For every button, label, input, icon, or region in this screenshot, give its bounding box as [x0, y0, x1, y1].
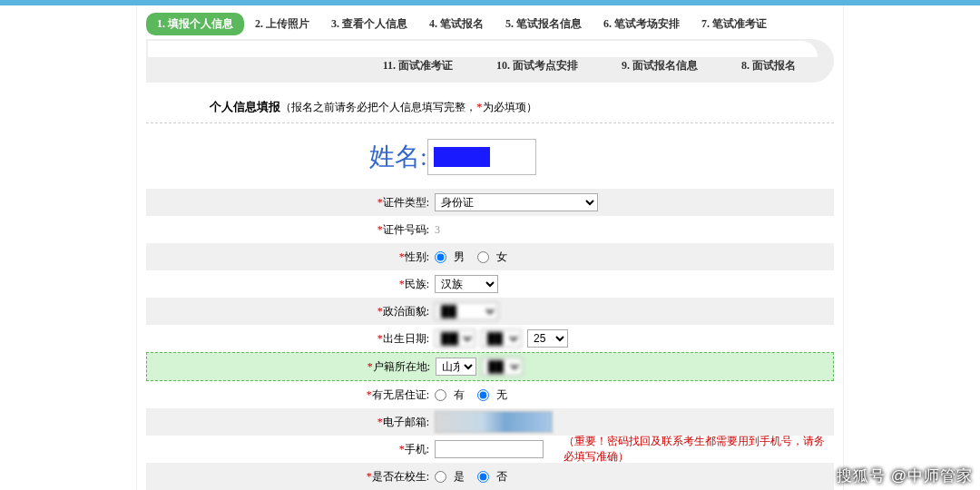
- ethnic-select[interactable]: 汉族: [435, 275, 498, 293]
- step-10[interactable]: 10. 面试考点安排: [485, 54, 589, 77]
- hukou-label: 户籍所在地:: [373, 360, 430, 373]
- watermark: 搜狐号 @中师管家: [837, 466, 973, 486]
- step-1[interactable]: 1. 填报个人信息: [146, 13, 244, 35]
- name-label: 姓名:: [369, 140, 427, 174]
- birth-day-select[interactable]: 25: [527, 329, 568, 348]
- personal-info-form: 姓名: *证件类型: 身份证 *证件号码: 3 *性别: 男 女 *民族: 汉族…: [146, 136, 834, 490]
- hukou-city-select[interactable]: ██: [482, 358, 523, 376]
- residence-label: 有无居住证:: [372, 388, 429, 401]
- step-3[interactable]: 3. 查看个人信息: [320, 13, 418, 35]
- id-number-value: 3: [435, 223, 440, 237]
- step-2[interactable]: 2. 上传照片: [244, 13, 320, 35]
- phone-input[interactable]: [435, 440, 544, 458]
- gender-label: 性别:: [405, 250, 429, 263]
- residence-yes-radio[interactable]: [435, 389, 446, 401]
- step-7[interactable]: 7. 笔试准考证: [691, 13, 778, 35]
- student-no-radio[interactable]: [477, 471, 489, 483]
- birth-month-select[interactable]: ██: [481, 329, 522, 348]
- step-6[interactable]: 6. 笔试考场安排: [593, 13, 691, 35]
- step-9[interactable]: 9. 面试报名信息: [611, 54, 709, 77]
- id-number-label: 证件号码:: [383, 223, 429, 236]
- gender-male-radio[interactable]: [435, 251, 446, 263]
- birth-year-select[interactable]: ███: [435, 329, 475, 348]
- step-8[interactable]: 8. 面试报名: [730, 54, 807, 77]
- id-type-label: 证件类型:: [383, 196, 429, 209]
- step-11[interactable]: 11. 面试准考证: [372, 54, 464, 77]
- political-select[interactable]: ██: [435, 302, 498, 320]
- section-title: 个人信息填报（报名之前请务必把个人信息填写完整，*为必填项）: [210, 99, 834, 115]
- gender-female-radio[interactable]: [477, 251, 489, 263]
- email-label: 电子邮箱:: [383, 416, 429, 428]
- political-label: 政治面貌:: [383, 305, 429, 318]
- email-input[interactable]: [435, 411, 553, 433]
- id-type-select[interactable]: 身份证: [435, 193, 598, 211]
- phone-label: 手机:: [405, 443, 429, 456]
- student-label: 是否在校生:: [372, 470, 429, 483]
- hukou-province-select[interactable]: 山东: [436, 358, 476, 376]
- birth-label: 出生日期:: [383, 332, 429, 345]
- residence-no-radio[interactable]: [477, 389, 489, 401]
- step-4[interactable]: 4. 笔试报名: [418, 13, 495, 35]
- step-navigation: 1. 填报个人信息 2. 上传照片 3. 查看个人信息 4. 笔试报名 5. 笔…: [146, 5, 834, 83]
- ethnic-label: 民族:: [405, 278, 429, 290]
- phone-hint: （重要！密码找回及联系考生都需要用到手机号，请务必填写准确）: [564, 434, 834, 465]
- name-input[interactable]: [427, 139, 536, 175]
- step-5[interactable]: 5. 笔试报名信息: [495, 13, 593, 35]
- student-yes-radio[interactable]: [435, 471, 446, 483]
